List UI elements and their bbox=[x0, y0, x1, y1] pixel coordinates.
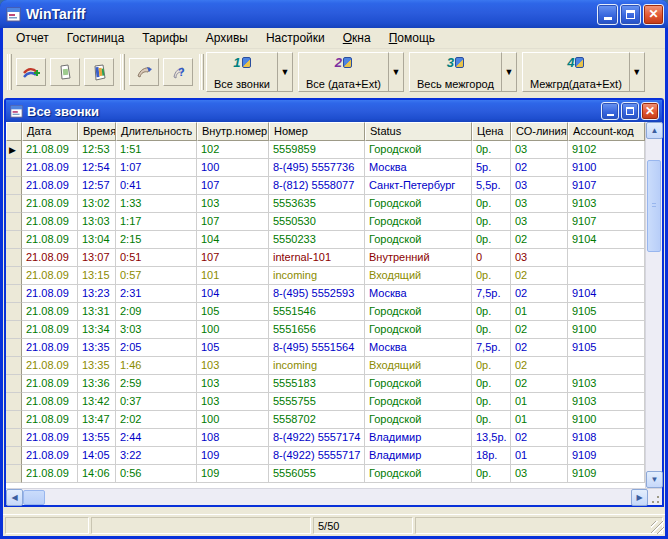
dropdown-arrow-icon[interactable]: ▼ bbox=[389, 52, 404, 92]
cell-price[interactable]: 0р. bbox=[472, 465, 511, 483]
cell-status[interactable]: Городской bbox=[365, 195, 472, 213]
column-header-Цена[interactable]: Цена bbox=[472, 122, 511, 141]
cell-co-line[interactable]: 03 bbox=[511, 465, 568, 483]
cell-time[interactable]: 13:34 bbox=[78, 321, 116, 339]
view-button-main-3[interactable]: 3Весь межгород bbox=[409, 52, 502, 92]
cell-account-code[interactable]: 9103 bbox=[568, 195, 645, 213]
cell-account-code[interactable]: 9100 bbox=[568, 159, 645, 177]
cell-extension[interactable]: 105 bbox=[197, 303, 269, 321]
cell-co-line[interactable]: 03 bbox=[511, 141, 568, 159]
cell-account-code[interactable]: 9105 bbox=[568, 303, 645, 321]
view-button-main-4[interactable]: 4Межгрд(дата+Ext) bbox=[522, 52, 630, 92]
scroll-left-button[interactable]: ◀ bbox=[6, 489, 23, 506]
cell-extension[interactable]: 102 bbox=[197, 141, 269, 159]
table-row[interactable]: 21.08.0914:053:221098-(4922) 5555717Влад… bbox=[6, 447, 645, 465]
cell-status[interactable]: Городской bbox=[365, 141, 472, 159]
vertical-scrollbar-thumb[interactable] bbox=[647, 160, 661, 252]
cell-status[interactable]: Санкт-Петербург bbox=[365, 177, 472, 195]
doc-maximize-button[interactable] bbox=[621, 102, 639, 120]
window-resize-grip[interactable] bbox=[651, 521, 664, 534]
cell-time[interactable]: 12:54 bbox=[78, 159, 116, 177]
cell-time[interactable]: 13:03 bbox=[78, 213, 116, 231]
table-row[interactable]: 21.08.0913:472:021005558702Городской0р.0… bbox=[6, 411, 645, 429]
cell-account-code[interactable]: 9103 bbox=[568, 393, 645, 411]
cell-time[interactable]: 13:35 bbox=[78, 357, 116, 375]
row-selector[interactable] bbox=[6, 177, 22, 195]
cell-account-code[interactable]: 9103 bbox=[568, 375, 645, 393]
cell-price[interactable]: 0р. bbox=[472, 321, 511, 339]
cell-co-line[interactable]: 01 bbox=[511, 303, 568, 321]
cell-date[interactable]: 21.08.09 bbox=[22, 141, 78, 159]
column-header-СО-линия[interactable]: СО-линия bbox=[511, 122, 568, 141]
cell-date[interactable]: 21.08.09 bbox=[22, 393, 78, 411]
cell-number[interactable]: incoming bbox=[269, 357, 365, 375]
cell-time[interactable]: 13:55 bbox=[78, 429, 116, 447]
column-header-Номер[interactable]: Номер bbox=[269, 122, 365, 141]
cell-price[interactable]: 13,5р. bbox=[472, 429, 511, 447]
row-selector[interactable] bbox=[6, 375, 22, 393]
cell-co-line[interactable]: 02 bbox=[511, 285, 568, 303]
cell-number[interactable]: internal-101 bbox=[269, 249, 365, 267]
column-header-Account-код[interactable]: Account-код bbox=[568, 122, 645, 141]
cell-date[interactable]: 21.08.09 bbox=[22, 447, 78, 465]
view-button-2[interactable]: 2Все (дата+Ext)▼ bbox=[298, 52, 404, 92]
dropdown-arrow-icon[interactable]: ▼ bbox=[502, 52, 517, 92]
cell-status[interactable]: Москва bbox=[365, 339, 472, 357]
cell-extension[interactable]: 109 bbox=[197, 465, 269, 483]
cell-number[interactable]: 5551546 bbox=[269, 303, 365, 321]
cell-status[interactable]: Городской bbox=[365, 231, 472, 249]
cell-date[interactable]: 21.08.09 bbox=[22, 429, 78, 447]
cell-date[interactable]: 21.08.09 bbox=[22, 231, 78, 249]
cell-date[interactable]: 21.08.09 bbox=[22, 195, 78, 213]
row-selector[interactable] bbox=[6, 321, 22, 339]
menu-item-Помощь[interactable]: Помощь bbox=[380, 29, 444, 47]
view-button-1[interactable]: 1Все звонки▼ bbox=[206, 52, 293, 92]
cell-co-line[interactable]: 01 bbox=[511, 447, 568, 465]
horizontal-scrollbar-thumb[interactable] bbox=[23, 490, 45, 505]
scrollbar-track[interactable] bbox=[45, 489, 631, 505]
cell-duration[interactable]: 1:46 bbox=[116, 357, 197, 375]
cell-date[interactable]: 21.08.09 bbox=[22, 285, 78, 303]
menu-item-Настройки[interactable]: Настройки bbox=[257, 29, 334, 47]
cell-status[interactable]: Городской bbox=[365, 393, 472, 411]
table-row[interactable]: 21.08.0912:570:411078-(812) 5558077Санкт… bbox=[6, 177, 645, 195]
cell-duration[interactable]: 0:57 bbox=[116, 267, 197, 285]
cell-number[interactable]: 5558702 bbox=[269, 411, 365, 429]
cell-account-code[interactable]: 9104 bbox=[568, 231, 645, 249]
cell-extension[interactable]: 103 bbox=[197, 375, 269, 393]
cell-account-code[interactable] bbox=[568, 357, 645, 375]
cell-number[interactable]: 5556055 bbox=[269, 465, 365, 483]
cell-price[interactable]: 0р. bbox=[472, 375, 511, 393]
cell-time[interactable]: 12:57 bbox=[78, 177, 116, 195]
cell-status[interactable]: Входящий bbox=[365, 267, 472, 285]
view-button-main-2[interactable]: 2Все (дата+Ext) bbox=[298, 52, 389, 92]
column-header-Дата[interactable]: Дата bbox=[22, 122, 78, 141]
toolbar-grip[interactable] bbox=[120, 54, 125, 90]
table-row[interactable]: 21.08.0913:351:46103incomingВходящий0р.0… bbox=[6, 357, 645, 375]
cell-co-line[interactable]: 03 bbox=[511, 213, 568, 231]
horizontal-scrollbar[interactable]: ◀ ▶ bbox=[6, 488, 662, 505]
table-row[interactable]: 21.08.0913:042:151045550233Городской0р.0… bbox=[6, 231, 645, 249]
cell-time[interactable]: 13:42 bbox=[78, 393, 116, 411]
cell-time[interactable]: 13:47 bbox=[78, 411, 116, 429]
document-resize-grip[interactable] bbox=[648, 490, 662, 505]
table-row[interactable]: 21.08.0912:541:071008-(495) 5557736Москв… bbox=[6, 159, 645, 177]
row-selector[interactable] bbox=[6, 447, 22, 465]
cell-number[interactable]: 5559859 bbox=[269, 141, 365, 159]
cell-time[interactable]: 12:53 bbox=[78, 141, 116, 159]
cell-duration[interactable]: 1:07 bbox=[116, 159, 197, 177]
cell-co-line[interactable]: 02 bbox=[511, 429, 568, 447]
row-selector[interactable] bbox=[6, 357, 22, 375]
row-selector[interactable] bbox=[6, 393, 22, 411]
column-header-Время[interactable]: Время bbox=[78, 122, 116, 141]
table-row[interactable]: 21.08.0914:060:561095556055Городской0р.0… bbox=[6, 465, 645, 483]
cell-extension[interactable]: 101 bbox=[197, 267, 269, 285]
cell-price[interactable]: 0р. bbox=[472, 267, 511, 285]
cell-extension[interactable]: 107 bbox=[197, 177, 269, 195]
cell-number[interactable]: 8-(495) 5552593 bbox=[269, 285, 365, 303]
doc-minimize-button[interactable] bbox=[601, 102, 619, 120]
scroll-right-button[interactable]: ▶ bbox=[631, 489, 648, 506]
row-selector[interactable] bbox=[6, 267, 22, 285]
row-selector[interactable] bbox=[6, 213, 22, 231]
cell-number[interactable]: 8-(812) 5558077 bbox=[269, 177, 365, 195]
